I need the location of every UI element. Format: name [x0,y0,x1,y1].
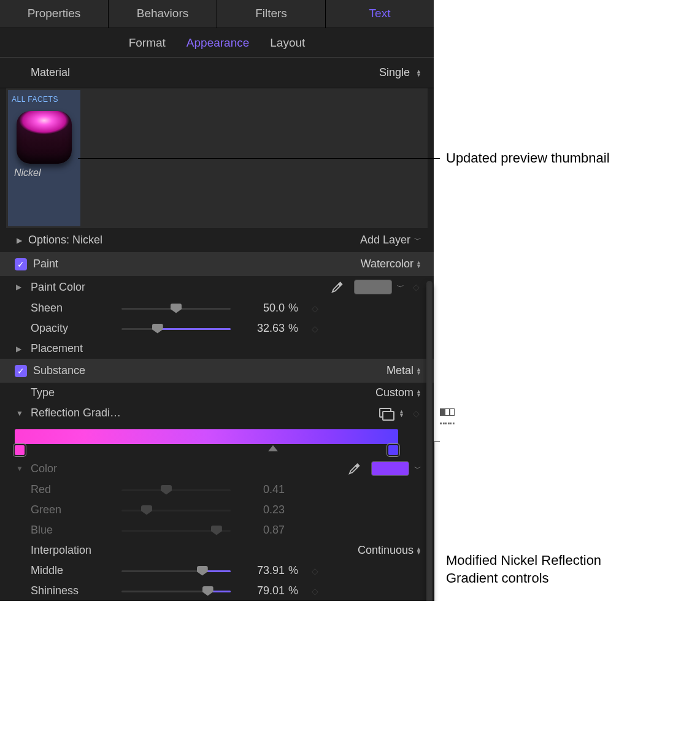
material-label: Material [31,66,379,79]
red-row: Red 0.41 [0,480,434,500]
type-value[interactable]: Custom [375,386,413,399]
reflection-gradient-label: Reflection Gradi… [31,407,121,419]
material-name: Nickel [14,167,77,178]
blue-value[interactable]: 0.87 [242,524,285,537]
keyframe-icon[interactable]: ◇ [309,586,320,596]
annotation-area: Updated preview thumbnail Modified Nicke… [434,0,700,601]
interpolation-value[interactable]: Continuous [358,544,413,557]
middle-value[interactable]: 73.91 [242,564,285,577]
green-value[interactable]: 0.23 [242,503,285,516]
grad-color-label: Color [31,462,121,475]
sheen-label: Sheen [31,302,121,315]
chevron-down-icon[interactable]: ﹀ [397,282,404,293]
chevron-down-icon[interactable]: ﹀ [414,235,421,245]
options-label: Options: Nickel [28,234,102,247]
callout-gradient-text-2: Gradient controls [446,570,601,587]
type-row: Type Custom [0,383,434,403]
gradient-midpoint[interactable] [268,445,278,451]
preset-icon[interactable] [379,408,393,419]
tab-properties[interactable]: Properties [0,0,109,28]
material-row: Material Single [0,58,434,88]
callout-gradient: Modified Nickel Reflection Gradient cont… [434,442,601,601]
opacity-unit: % [288,322,303,335]
type-label: Type [31,386,121,399]
shininess-row: Shininess 79.01 % ◇ [0,581,434,601]
blue-slider[interactable] [121,525,231,536]
material-thumbnail[interactable] [17,111,72,164]
stepper-icon[interactable] [416,367,421,375]
red-value[interactable]: 0.41 [242,483,285,496]
facet-card[interactable]: ALL FACETS Nickel [8,90,80,226]
chevron-down-icon[interactable]: ﹀ [414,464,421,474]
paint-type-value[interactable]: Watercolor [361,258,413,270]
disclosure-triangle-icon[interactable]: ▶ [16,345,21,353]
middle-unit: % [288,564,303,577]
gradient-editor[interactable] [0,423,434,457]
scrollbar[interactable] [426,275,433,601]
inspector-tabs: Properties Behaviors Filters Text [0,0,434,28]
stepper-icon[interactable] [416,69,421,77]
eyedropper-icon[interactable] [348,462,361,475]
shininess-slider[interactable] [121,586,231,597]
opacity-row: Opacity 32.63 % ◇ [0,318,434,339]
substance-checkbox[interactable]: ✓ [15,365,27,377]
stepper-icon[interactable] [399,410,404,417]
keyframe-icon[interactable]: ◇ [410,282,421,292]
callout-thumbnail: Updated preview thumbnail [78,150,610,167]
interpolation-label: Interpolation [31,544,121,557]
keyframe-icon[interactable]: ◇ [309,566,320,576]
middle-slider[interactable] [121,565,231,576]
paint-checkbox[interactable]: ✓ [15,258,27,270]
grad-color-row: ▼ Color ﹀ [0,457,434,480]
green-slider[interactable] [121,505,231,516]
tab-text[interactable]: Text [326,0,434,28]
placement-row: ▶ Placement [0,339,434,359]
shininess-unit: % [288,584,303,597]
gradient-stop-right[interactable] [388,445,398,455]
subtab-layout[interactable]: Layout [270,36,305,50]
subtab-format[interactable]: Format [129,36,166,50]
paint-label: Paint [33,258,58,270]
keyframe-icon[interactable]: ◇ [410,408,421,418]
blue-row: Blue 0.87 [0,520,434,540]
opacity-slider[interactable] [121,323,231,334]
red-slider[interactable] [121,484,231,496]
opacity-value[interactable]: 32.63 [242,322,285,335]
stepper-icon[interactable] [416,261,421,268]
tab-behaviors[interactable]: Behaviors [109,0,217,28]
tab-filters[interactable]: Filters [217,0,326,28]
all-facets-label: ALL FACETS [12,95,77,104]
placement-label: Placement [31,342,121,355]
substance-value[interactable]: Metal [387,364,413,377]
keyframe-icon[interactable]: ◇ [309,304,320,313]
disclosure-triangle-icon[interactable]: ▼ [16,464,23,473]
shininess-value[interactable]: 79.01 [242,584,285,597]
paint-color-swatch[interactable] [354,280,392,294]
sheen-slider[interactable] [121,303,231,314]
subtab-appearance[interactable]: Appearance [187,36,249,50]
shininess-label: Shininess [31,584,121,597]
material-value[interactable]: Single [379,66,410,79]
stepper-icon[interactable] [416,389,421,397]
sheen-unit: % [288,302,303,315]
text-subtabs: Format Appearance Layout [0,28,434,58]
keyframe-icon[interactable]: ◇ [309,324,320,334]
gradient-bar[interactable] [15,429,398,444]
paint-header: ✓ Paint Watercolor [0,252,434,276]
green-label: Green [31,503,121,516]
add-layer-button[interactable]: Add Layer [360,234,410,247]
grad-color-swatch[interactable] [371,461,409,476]
disclosure-triangle-icon[interactable]: ▶ [15,236,23,245]
callout-thumbnail-text: Updated preview thumbnail [446,150,610,167]
stepper-icon[interactable] [416,547,421,554]
reflection-gradient-row: ▼ Reflection Gradi… ◇ [0,403,434,423]
green-row: Green 0.23 [0,500,434,520]
disclosure-triangle-icon[interactable]: ▶ [16,283,21,291]
sheen-value[interactable]: 50.0 [242,302,285,315]
eyedropper-icon[interactable] [331,280,344,294]
red-label: Red [31,483,121,496]
middle-row: Middle 73.91 % ◇ [0,561,434,581]
substance-label: Substance [33,364,85,377]
disclosure-triangle-icon[interactable]: ▼ [16,409,23,418]
gradient-stop-left[interactable] [15,445,25,455]
